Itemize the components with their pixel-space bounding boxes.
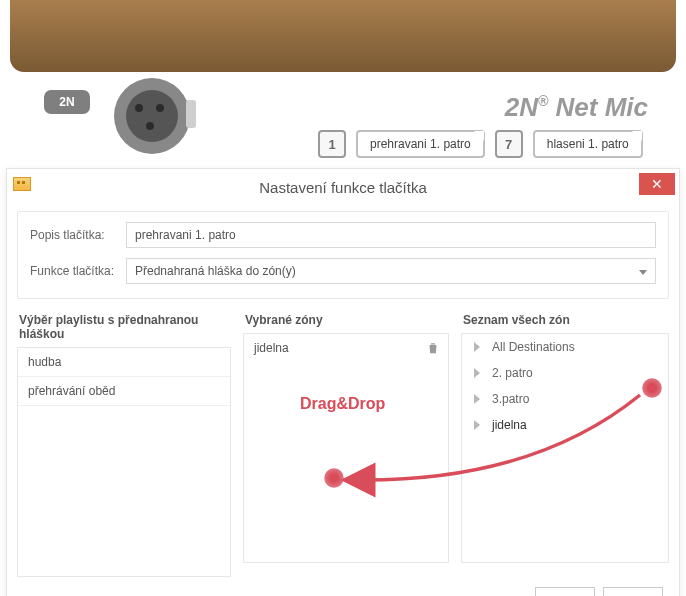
modal-title: Nastavení funkce tlačítka — [259, 179, 427, 196]
playlist-item[interactable]: hudba — [18, 348, 230, 377]
button-settings-modal: Nastavení funkce tlačítka ✕ Popis tlačít… — [6, 168, 680, 596]
all-zones-title: Seznam všech zón — [461, 313, 669, 333]
selected-zone-item[interactable]: jidelna — [244, 334, 448, 362]
device-top-strip — [10, 0, 676, 72]
func-select-value: Přednahraná hláška do zón(y) — [135, 264, 296, 278]
xlr-connector-icon — [114, 78, 190, 154]
zone-tree-item[interactable]: 2. patro — [462, 360, 668, 386]
playlist-item[interactable]: přehrávání oběd — [18, 377, 230, 406]
zone-tree-item[interactable]: jidelna — [462, 412, 668, 438]
selected-zones-title: Vybrané zóny — [243, 313, 449, 333]
device-button-number[interactable]: 1 — [318, 130, 346, 158]
modal-footer: Uložit Zrušit — [17, 577, 669, 596]
func-select[interactable]: Přednahraná hláška do zón(y) — [126, 258, 656, 284]
playlist-list: hudba přehrávání oběd — [17, 347, 231, 577]
desc-label: Popis tlačítka: — [30, 228, 116, 242]
all-zones-list: All Destinations 2. patro 3.patro jideln… — [461, 333, 669, 563]
device-button-chip[interactable]: hlaseni 1. patro — [533, 130, 643, 158]
trash-icon[interactable] — [426, 340, 440, 356]
func-label: Funkce tlačítka: — [30, 264, 116, 278]
device-button-chip[interactable]: prehravani 1. patro — [356, 130, 485, 158]
zone-tree-item[interactable]: 3.patro — [462, 386, 668, 412]
modal-titlebar: Nastavení funkce tlačítka ✕ — [7, 169, 679, 205]
close-button[interactable]: ✕ — [639, 173, 675, 195]
desc-input[interactable] — [126, 222, 656, 248]
selected-zones-list[interactable]: jidelna — [243, 333, 449, 563]
cancel-button[interactable]: Zrušit — [603, 587, 663, 596]
device-button-number[interactable]: 7 — [495, 130, 523, 158]
save-button[interactable]: Uložit — [535, 587, 595, 596]
window-icon — [13, 177, 31, 191]
device-title: 2N® Net Mic — [505, 92, 648, 123]
playlist-column-title: Výběr playlistu s přednahranou hláškou — [17, 313, 231, 347]
brand-logo: 2N — [44, 90, 90, 114]
zone-tree-item[interactable]: All Destinations — [462, 334, 668, 360]
device-panel: 2N 2N® Net Mic 1 prehravani 1. patro 7 h… — [10, 0, 676, 170]
form-frame: Popis tlačítka: Funkce tlačítka: Přednah… — [17, 211, 669, 299]
device-button-row: 1 prehravani 1. patro 7 hlaseni 1. patro — [318, 130, 643, 158]
close-icon: ✕ — [651, 176, 663, 192]
